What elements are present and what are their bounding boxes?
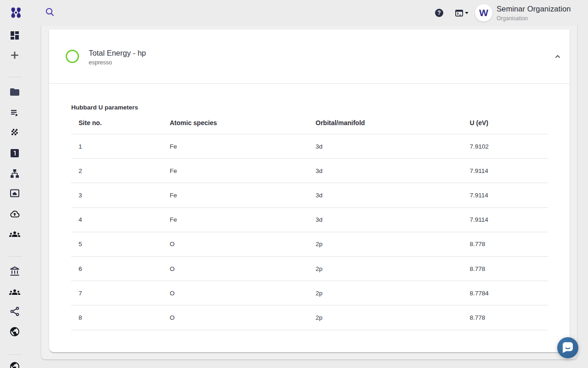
dashboard-icon [9,30,20,41]
sidebar-item-share[interactable] [9,306,20,317]
table-cell: 1 [71,134,163,159]
search-icon[interactable] [44,6,55,17]
sidebar-item-folder[interactable] [9,86,20,98]
table-cell: 2p [308,256,463,281]
column-header: U (eV) [463,112,548,134]
table-cell: O [163,281,309,305]
sidebar-divider [7,77,22,77]
table-row: 1Fe3d7.9102 [71,134,548,159]
table-cell: 7.9114 [463,183,548,207]
globe-icon [9,326,20,337]
table-cell: 7.9114 [463,207,548,232]
sidebar-item-cloud-upload[interactable] [9,208,20,219]
table-cell: 7 [71,281,163,305]
table-row: 5O2p8.778 [71,232,548,256]
status-ring-icon [66,50,79,63]
help-icon: ? [437,10,441,16]
table-cell: 8.778 [463,232,548,256]
table-cell: Fe [163,183,309,207]
hubbard-table: Site no.Atomic speciesOrbital/manifoldU … [71,112,548,330]
column-header: Site no. [71,112,163,134]
globe-2-icon [9,361,20,368]
sidebar-item-groups-2[interactable] [9,287,20,298]
playlist-icon [9,107,20,118]
top-bar: ? W Seminar Organization Organisation [0,0,588,26]
table-row: 7O2p8.7784 [71,281,548,305]
terminal-icon[interactable] [455,10,463,17]
table-cell: Fe [163,207,309,232]
sidebar-item-grain[interactable] [9,127,20,138]
sidebar-divider [7,354,22,355]
content-panel: Total Energy - hp espresso Hubbard U par… [41,22,577,359]
table-cell: 8 [71,305,163,330]
table-cell: O [163,305,309,330]
chevron-down-icon[interactable] [465,12,469,14]
table-cell: O [163,256,309,281]
sidebar-item-bank[interactable] [9,266,20,277]
help-button[interactable]: ? [435,9,443,17]
table-cell: 3d [308,183,463,207]
table-cell: 3d [308,207,463,232]
table-cell: 7.9114 [463,159,548,183]
table-cell: 4 [71,207,163,232]
sidebar-nav [0,26,29,368]
table-cell: 2p [308,281,463,305]
table-row: 4Fe3d7.9114 [71,207,548,232]
app-logo-icon[interactable] [11,7,21,18]
table-row: 3Fe3d7.9114 [71,183,548,207]
table-cell: 8.7784 [463,281,548,305]
organization-avatar[interactable]: W [475,4,492,22]
grain-icon [9,127,20,138]
column-header: Atomic species [163,112,309,134]
chat-launcher-button[interactable] [557,337,578,358]
sidebar-item-globe[interactable] [9,326,20,337]
sidebar-item-schema[interactable] [9,168,20,179]
table-cell: Fe [163,134,309,159]
organization-name: Seminar Organization [497,5,571,13]
table-cell: O [163,232,309,256]
sidebar-item-globe-2[interactable] [9,361,20,368]
card-content: Hubbard U parameters Site no.Atomic spec… [71,84,548,330]
cloud-box-icon [9,188,20,199]
groups-icon [9,229,20,240]
table-cell: 2 [71,159,163,183]
table-cell: 5 [71,232,163,256]
table-cell: 3 [71,183,163,207]
card-title: Total Energy - hp [89,48,146,58]
table-cell: 8.778 [463,256,548,281]
section-label: Hubbard U parameters [71,104,548,112]
column-header: Orbital/manifold [308,112,463,134]
collapse-chevron-up-icon[interactable] [552,51,563,62]
bank-icon [9,266,20,277]
table-row: 8O2p8.778 [71,305,548,330]
card-header: Total Energy - hp espresso [49,29,570,84]
table-header-row: Site no.Atomic speciesOrbital/manifoldU … [71,112,548,134]
table-cell: 3d [308,134,463,159]
sidebar-item-add[interactable] [9,50,20,61]
table-cell: 2p [308,305,463,330]
sidebar-divider [7,256,22,257]
groups-2-icon [9,287,20,298]
card-subtitle: espresso [89,59,112,66]
table-cell: 3d [308,159,463,183]
sidebar-item-cloud-box[interactable] [9,188,20,199]
organization-type: Organisation [497,15,528,22]
table-cell: 8.778 [463,305,548,330]
add-icon [9,50,20,61]
share-icon [9,306,20,317]
table-cell: 2p [308,232,463,256]
sidebar-item-looks-one[interactable] [9,148,20,159]
folder-icon [9,86,20,98]
table-cell: Fe [163,159,309,183]
sidebar-item-dashboard[interactable] [9,30,20,41]
table-row: 2Fe3d7.9114 [71,159,548,183]
table-cell: 6 [71,256,163,281]
table-cell: 7.9102 [463,134,548,159]
table-row: 6O2p8.778 [71,256,548,281]
sidebar-item-playlist[interactable] [9,107,20,118]
sidebar-item-groups[interactable] [9,229,20,240]
looks-one-icon [9,148,20,159]
cloud-upload-icon [9,208,20,219]
chat-bubble-icon [562,342,573,353]
schema-icon [9,168,20,179]
